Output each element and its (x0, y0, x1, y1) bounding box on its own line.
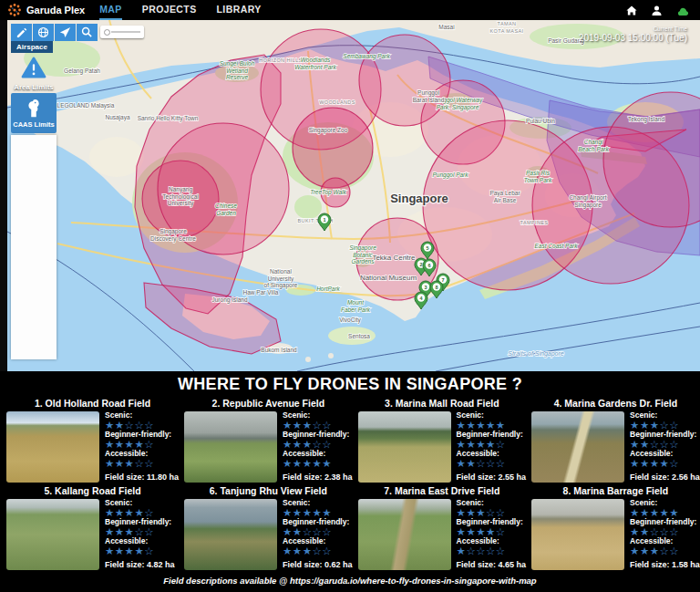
field-ratings: Scenic:★★★★☆Beginner-friendly:★★★☆☆Acces… (105, 499, 175, 570)
airspace-panel-tab[interactable]: Airspace (11, 41, 53, 53)
svg-text:1: 1 (323, 217, 325, 223)
svg-text:2: 2 (419, 262, 422, 267)
map-region: Gelang PatahHORIZON HILLSLEGOLAND Malays… (0, 20, 700, 371)
field-size: Field size: 2.55 ha (457, 473, 527, 482)
field-size: Field size: 11.80 ha (105, 473, 179, 482)
field-ratings: Scenic:★★★★★Beginner-friendly:★★★★☆Acces… (457, 411, 527, 483)
field-card-title: 5. Kallang Road Field (6, 485, 179, 496)
user-icon[interactable] (651, 5, 663, 16)
field-card: 8. Marina Barrage Field Scenic:★★★★★Begi… (531, 485, 700, 570)
draw-tool-button[interactable] (11, 24, 32, 41)
field-cards-grid: 1. Old Holland Road Field Scenic:★★☆☆☆Be… (0, 398, 700, 570)
field-ratings: Scenic:★★★☆☆Beginner-friendly:★★☆☆☆Acces… (630, 411, 700, 483)
field-photo (184, 411, 277, 483)
field-ratings: Scenic:★★★★★Beginner-friendly:★★☆☆☆Acces… (630, 499, 700, 570)
map-label: Straits of Singapore (508, 350, 564, 358)
map-label: Tekong Island (628, 116, 664, 123)
accessible-rating: ★★★☆☆ (105, 458, 179, 469)
caas-limits-label: CAAS Limits (13, 120, 54, 129)
map-label: Nusajaya (105, 114, 129, 121)
svg-text:7: 7 (441, 277, 444, 283)
accessible-rating: ★☆☆☆☆ (457, 545, 527, 556)
field-ratings: Scenic:★★★☆☆Beginner-friendly:★★★☆☆Acces… (283, 411, 353, 483)
map-label: Punggol Park (432, 171, 468, 179)
field-ratings: Scenic:★★★★★Beginner-friendly:★★☆☆☆Acces… (283, 499, 353, 570)
accessible-rating: ★★☆☆☆ (457, 458, 527, 469)
main-nav: MAP PROJECTS LIBRARY (99, 0, 261, 20)
nav-tab-library[interactable]: LIBRARY (217, 0, 262, 20)
slider-knob-icon[interactable] (104, 29, 110, 36)
svg-text:6: 6 (427, 263, 430, 268)
field-photo (358, 411, 451, 483)
field-card-title: 6. Tanjung Rhu View Field (184, 485, 353, 496)
accessible-rating: ★★★☆☆ (630, 545, 700, 556)
field-photo (6, 411, 99, 483)
field-card: 7. Marina East Drive Field Scenic:★★★☆☆B… (358, 485, 527, 570)
field-photo (6, 499, 99, 570)
home-icon[interactable] (625, 5, 638, 16)
map-label: TreeTop Walk (310, 189, 346, 196)
send-icon (59, 26, 71, 38)
garuda-dots-logo (7, 3, 22, 17)
nav-tab-projects[interactable]: PROJECTS (142, 0, 197, 20)
time-slider[interactable] (100, 26, 144, 38)
field-card: 5. Kallang Road Field Scenic:★★★★☆Beginn… (6, 485, 179, 570)
map-label: Pulau Ubin (526, 118, 555, 124)
field-size: Field size: 4.82 ha (105, 560, 175, 569)
search-tool-button[interactable] (77, 24, 98, 41)
pencil-icon (15, 26, 27, 38)
svg-text:3: 3 (424, 285, 427, 290)
field-card: 2. Republic Avenue Field Scenic:★★★☆☆Beg… (184, 398, 353, 483)
current-time-label: Current Time (579, 26, 687, 32)
map-label: Jurong Island (211, 296, 247, 304)
map-label: Changi AirportSingapore (569, 194, 606, 209)
svg-text:8: 8 (435, 285, 438, 290)
field-photo (184, 499, 277, 570)
accessible-rating: ★★★★☆ (630, 458, 700, 469)
map-canvas[interactable]: Gelang PatahHORIZON HILLSLEGOLAND Malays… (7, 20, 700, 371)
map-label: Singapore (390, 192, 448, 205)
nav-tab-map[interactable]: MAP (99, 0, 122, 20)
field-card-title: 4. Marina Gardens Dr. Field (531, 398, 700, 409)
map-label: Singapore Zoo (309, 127, 348, 134)
map-label: Sentosa (348, 333, 370, 339)
search-icon (81, 26, 93, 38)
map-label: Bukom Island (261, 347, 297, 353)
locate-tool-button[interactable] (55, 24, 76, 41)
accessible-rating: ★★★★☆ (105, 545, 175, 556)
map-label: VivoCity (339, 317, 361, 324)
map-toolbar (11, 24, 98, 41)
restricted-airspace-zone (293, 108, 373, 188)
caas-limits-toggle[interactable]: CAAS Limits (11, 93, 57, 133)
field-card-title: 1. Old Holland Road Field (6, 398, 179, 409)
map-label: Masai (438, 24, 454, 30)
field-card: 1. Old Holland Road Field Scenic:★★☆☆☆Be… (6, 398, 179, 483)
field-card-title: 3. Marina Mall Road Field (358, 398, 527, 409)
field-photo (531, 499, 624, 570)
area-limits-toggle[interactable]: Area Limits (11, 57, 57, 91)
legend-panel (11, 135, 57, 359)
field-photo (531, 411, 624, 483)
map-label: Sanrio Hello Kitty Town (138, 115, 199, 122)
map-timestamp: Current Time 2019-09-03 15:00:00 (Tue) (579, 26, 687, 43)
field-card: 6. Tanjung Rhu View Field Scenic:★★★★★Be… (184, 485, 353, 570)
layers-tool-button[interactable] (33, 24, 54, 41)
app-title: Garuda Plex (26, 5, 85, 16)
field-card: 3. Marina Mall Road Field Scenic:★★★★★Be… (358, 398, 527, 483)
merlion-icon (24, 98, 44, 119)
fields-section: WHERE TO FLY DRONES IN SINGAPORE ? 1. Ol… (0, 371, 700, 592)
map-label: WOODLANDS (319, 99, 355, 105)
map-label: HortPark (316, 286, 340, 292)
map-label: Pasir RisTown Park (524, 170, 552, 183)
cloud-sync-icon[interactable] (675, 5, 691, 16)
map-label: Haw Par Villa (243, 289, 279, 296)
svg-text:5: 5 (426, 245, 428, 251)
field-card-title: 8. Marina Barrage Field (531, 485, 700, 496)
field-size: Field size: 1.58 ha (630, 560, 700, 569)
map-label: Sembawang Park (343, 53, 390, 60)
area-limits-label: Area Limits (11, 83, 57, 91)
top-bar: Garuda Plex MAP PROJECTS LIBRARY (0, 0, 700, 20)
accessible-rating: ★★★★★ (283, 458, 353, 469)
field-size: Field size: 2.38 ha (283, 473, 353, 482)
field-card: 4. Marina Gardens Dr. Field Scenic:★★★☆☆… (531, 398, 700, 483)
